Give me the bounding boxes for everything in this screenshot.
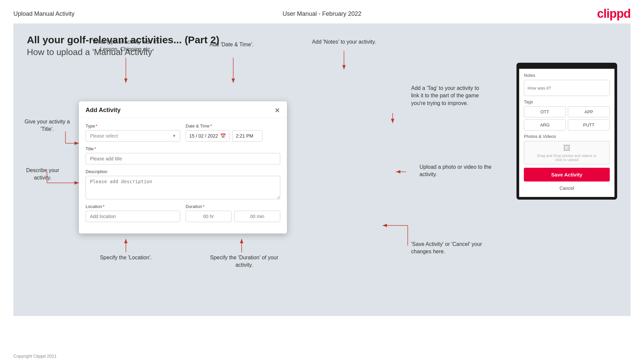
datetime-group: Date & Time* 15 / 02 / 2022 📅 2:21 PM (186, 123, 280, 142)
type-select[interactable]: Please select (86, 130, 180, 142)
page-title: Upload Manual Activity (13, 10, 75, 17)
save-annotation: 'Save Activity' or 'Cancel' your changes… (411, 241, 488, 256)
notes-section-label: Notes (524, 73, 610, 78)
location-annotation: Specify the 'Location'. (89, 254, 163, 261)
svg-marker-3 (232, 79, 235, 83)
datetime-label: Date & Time* (186, 123, 280, 128)
title-annotation: Give your activity a 'Title'. (23, 118, 71, 133)
description-annotation: Describe your activity. (21, 167, 64, 182)
title-label: Title* (86, 146, 280, 151)
photos-section-label: Photos & Videos (524, 134, 610, 139)
save-activity-button[interactable]: Save Activity (524, 168, 610, 182)
svg-marker-9 (75, 181, 79, 185)
upload-text: Drag and Drop photos and videos orclick … (536, 154, 598, 162)
description-input[interactable] (86, 176, 280, 199)
tag-ott[interactable]: OTT (524, 106, 566, 117)
location-label: Location* (86, 204, 180, 209)
svg-marker-1 (124, 79, 128, 83)
tag-app[interactable]: APP (568, 106, 610, 117)
upload-icon: 🖼 (563, 144, 571, 153)
svg-marker-19 (396, 170, 400, 173)
notes-annotation: Add 'Notes' to your activity. (309, 38, 379, 46)
modal-close-button[interactable]: ✕ (275, 107, 280, 114)
modal-title: Add Activity (86, 107, 120, 114)
photos-upload-area[interactable]: 🖼 Drag and Drop photos and videos orclic… (524, 141, 610, 164)
cancel-link[interactable]: Cancel (524, 184, 610, 192)
date-time-row: 15 / 02 / 2022 📅 2:21 PM (186, 130, 280, 142)
type-datetime-row: Type* Please select ▼ Date & Time* (86, 123, 280, 142)
location-input[interactable] (86, 211, 180, 222)
date-input[interactable]: 15 / 02 / 2022 📅 (186, 130, 230, 142)
title-input[interactable] (86, 153, 280, 164)
location-duration-row: Location* Duration* (86, 204, 280, 222)
notes-input[interactable] (524, 80, 610, 96)
duration-min-input[interactable] (234, 211, 280, 222)
calendar-icon: 📅 (220, 133, 226, 139)
type-group: Type* Please select ▼ (86, 123, 180, 142)
tags-grid: OTT APP ARG PUTT (524, 106, 610, 131)
title-group: Title* (86, 146, 280, 164)
duration-annotation: Specify the 'Duration' of your activity. (206, 254, 282, 269)
type-label: Type* (86, 123, 180, 128)
svg-marker-13 (240, 239, 243, 243)
tags-section-label: Tags (524, 99, 610, 104)
duration-hr-input[interactable] (186, 211, 232, 222)
phone-inner: Notes Tags OTT APP ARG PUTT Photos & Vid… (519, 69, 614, 197)
svg-marker-17 (391, 119, 394, 123)
date-annotation: Add 'Date & Time'. (196, 41, 267, 48)
type-annotation: What type of activity was it? Lesson, Ch… (87, 38, 164, 53)
duration-label: Duration* (186, 204, 280, 209)
top-bar: Upload Manual Activity User Manual - Feb… (0, 0, 644, 23)
tag-putt[interactable]: PUTT (568, 119, 610, 131)
phone-top-bar (519, 65, 614, 69)
tag-annotation: Add a 'Tag' to your activity to link it … (411, 85, 485, 107)
tag-arg[interactable]: ARG (524, 119, 566, 131)
modal-body: Type* Please select ▼ Date & Time* (79, 118, 287, 234)
logo: clippd (597, 7, 631, 21)
time-input[interactable]: 2:21 PM (232, 130, 262, 142)
svg-marker-15 (342, 65, 346, 69)
phone-panel: Notes Tags OTT APP ARG PUTT Photos & Vid… (516, 63, 617, 200)
modal-header: Add Activity ✕ (79, 101, 287, 118)
description-group: Description (86, 169, 280, 199)
location-group: Location* (86, 204, 180, 222)
add-activity-modal: Add Activity ✕ Type* Please select ▼ (79, 101, 287, 234)
duration-row (186, 211, 280, 222)
type-select-wrapper: Please select ▼ (86, 130, 180, 142)
svg-marker-21 (383, 224, 387, 227)
main-content: All your golf-relevant activities... (Pa… (13, 24, 631, 316)
photo-annotation: Upload a photo or video to the activity. (419, 163, 497, 178)
svg-marker-11 (124, 239, 128, 243)
copyright: Copyright Clippd 2021 (13, 354, 57, 359)
duration-group: Duration* (186, 204, 280, 222)
phone-screen: Notes Tags OTT APP ARG PUTT Photos & Vid… (516, 63, 617, 200)
svg-marker-6 (75, 142, 79, 145)
manual-subtitle: User Manual - February 2022 (283, 10, 361, 17)
description-label: Description (86, 169, 280, 174)
